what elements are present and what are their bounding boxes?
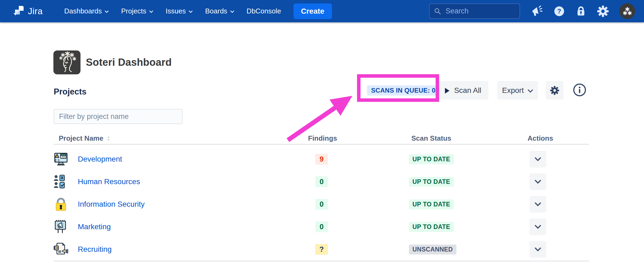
play-icon xyxy=(445,88,450,94)
info-button[interactable] xyxy=(572,83,587,98)
avatar-asterisks-icon xyxy=(621,5,633,17)
row-actions-dropdown-button[interactable] xyxy=(529,151,546,167)
gear-icon xyxy=(550,86,559,95)
findings-badge: 0 xyxy=(315,221,328,232)
table-header-row: Project Name Findings Scan Status Action… xyxy=(54,133,589,145)
search-input[interactable] xyxy=(445,7,515,16)
chevron-down-icon xyxy=(535,225,541,229)
lock-icon[interactable] xyxy=(575,6,587,17)
project-link[interactable]: Development xyxy=(78,155,122,163)
scan-status-badge: UP TO DATE xyxy=(409,177,454,187)
chevron-down-icon xyxy=(535,157,541,161)
column-header-scan-status: Scan Status xyxy=(409,134,528,143)
scan-all-button[interactable]: Scan All xyxy=(438,81,488,100)
settings-button[interactable] xyxy=(546,81,564,100)
jira-logo-icon xyxy=(12,5,25,17)
development-icon xyxy=(54,152,68,166)
jira-home-link[interactable]: Jira xyxy=(12,5,43,17)
table-row: Information Security 0 UP TO DATE xyxy=(54,193,589,216)
chevron-down-icon xyxy=(105,10,109,13)
export-button[interactable]: Export xyxy=(497,81,538,100)
project-link[interactable]: Recruiting xyxy=(78,245,112,254)
nav-item-dashboards[interactable]: Dashboards xyxy=(64,7,109,15)
nav-menu: Dashboards Projects Issues Boards DbCons… xyxy=(64,7,281,15)
project-link[interactable]: Information Security xyxy=(78,200,145,209)
row-actions-dropdown-button[interactable] xyxy=(529,196,546,213)
app-header: Soteri Dashboard xyxy=(53,50,172,74)
soteri-logo xyxy=(53,50,80,74)
projects-table: Project Name Findings Scan Status Action… xyxy=(54,133,589,261)
security-icon xyxy=(54,197,68,212)
nav-item-boards[interactable]: Boards xyxy=(205,7,234,15)
column-header-project-name[interactable]: Project Name xyxy=(54,134,308,143)
row-actions-dropdown-button[interactable] xyxy=(529,241,546,258)
row-actions-dropdown-button[interactable] xyxy=(529,173,546,190)
table-row: Recruiting ? UNSCANNED xyxy=(54,238,589,261)
findings-badge: 9 xyxy=(315,154,328,165)
chevron-down-icon xyxy=(149,10,153,13)
top-navbar: Jira Dashboards Projects Issues Boards D… xyxy=(0,0,644,22)
chevron-down-icon xyxy=(189,10,193,13)
table-row: Human Resources 0 UP TO DATE xyxy=(54,170,589,193)
table-row: Marketing 0 UP TO DATE xyxy=(54,216,589,238)
chevron-down-icon xyxy=(535,247,541,251)
project-link[interactable]: Human Resources xyxy=(78,177,140,186)
chevron-down-icon xyxy=(535,180,541,184)
table-row: Development 9 UP TO DATE xyxy=(54,148,589,170)
page-title: Soteri Dashboard xyxy=(86,57,172,68)
chevron-down-icon xyxy=(535,202,541,206)
brand-label: Jira xyxy=(28,6,43,16)
nav-item-projects[interactable]: Projects xyxy=(121,7,153,15)
settings-icon[interactable] xyxy=(597,5,609,17)
chevron-down-icon xyxy=(230,10,234,13)
column-header-actions: Actions xyxy=(528,134,589,143)
project-link[interactable]: Marketing xyxy=(78,223,111,231)
scan-status-badge: UP TO DATE xyxy=(409,222,454,232)
scan-status-badge: UP TO DATE xyxy=(409,199,454,209)
info-icon xyxy=(573,83,587,97)
nav-icon-group xyxy=(531,3,635,19)
nav-item-dbconsole[interactable]: DbConsole xyxy=(247,7,281,15)
row-actions-dropdown-button[interactable] xyxy=(529,218,546,235)
create-button[interactable]: Create xyxy=(294,3,332,19)
announcement-icon[interactable] xyxy=(531,5,543,17)
projects-heading: Projects xyxy=(54,87,86,97)
recruiting-icon xyxy=(54,242,68,257)
search-box xyxy=(429,3,520,19)
table-body: Development 9 UP TO DATE Human Resources… xyxy=(54,145,589,261)
project-filter-input[interactable] xyxy=(54,109,182,124)
scan-status-badge: UP TO DATE xyxy=(409,154,454,164)
column-header-findings: Findings xyxy=(308,134,409,143)
hr-icon xyxy=(54,174,68,189)
user-avatar[interactable] xyxy=(619,3,635,19)
search-icon xyxy=(434,7,441,16)
findings-badge: 0 xyxy=(315,199,328,210)
findings-badge: 0 xyxy=(315,176,328,187)
help-icon[interactable] xyxy=(553,5,565,17)
sort-icon xyxy=(107,136,110,141)
marketing-icon xyxy=(54,220,68,234)
chevron-down-icon xyxy=(528,89,533,93)
scan-status-badge: UNSCANNED xyxy=(409,245,456,254)
nav-item-issues[interactable]: Issues xyxy=(166,7,193,15)
scans-in-queue-badge: SCANS IN QUEUE: 0 xyxy=(367,85,440,96)
findings-badge: ? xyxy=(315,244,328,255)
